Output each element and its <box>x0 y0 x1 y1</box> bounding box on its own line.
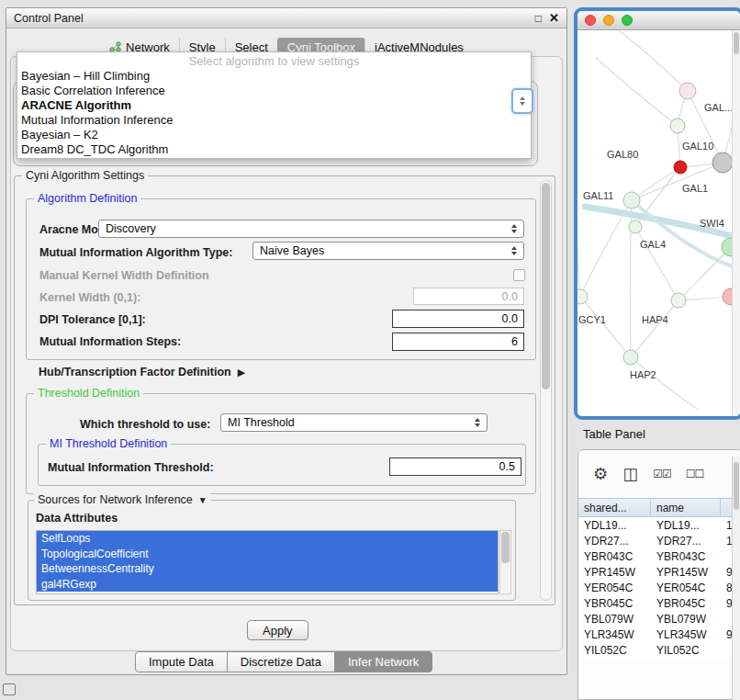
docked-panel-icon[interactable] <box>3 683 16 695</box>
table-row[interactable]: YER054CYER054C8. <box>578 580 740 595</box>
table-cell: YDL19... <box>651 517 721 533</box>
tab-infer-network[interactable]: Infer Network <box>334 651 432 672</box>
control-panel-titlebar: Control Panel □ ✕ <box>6 8 566 28</box>
cyni-algorithm-settings-group: Cyni Algorithm Settings Algorithm Defini… <box>14 175 555 605</box>
network-node[interactable] <box>577 289 588 304</box>
attribute-list-scrollbar[interactable] <box>499 530 511 594</box>
network-node[interactable] <box>679 83 696 99</box>
attribute-list-scrollbar-thumb[interactable] <box>501 532 510 563</box>
float-window-icon[interactable]: □ <box>535 12 542 25</box>
mi-threshold-label: Mutual Information Threshold: <box>48 461 214 474</box>
table-header: shared... name <box>578 498 740 517</box>
attribute-list-item[interactable]: SelfLoops <box>37 531 498 547</box>
select-all-icon[interactable]: ☑☑ <box>653 468 671 480</box>
node-label: GAL10 <box>682 141 713 152</box>
table-cell: YDR27... <box>578 533 651 548</box>
algorithm-popup-item[interactable]: Bayesian – Hill Climbing <box>17 69 531 84</box>
table-cell: YPR145W <box>651 564 721 580</box>
network-edge <box>619 30 688 91</box>
table-row[interactable]: YBR043CYBR043C <box>578 548 740 564</box>
table-row[interactable]: YPR145WYPR145W9. <box>578 564 740 580</box>
dpi-tolerance-field[interactable]: 0.0 <box>392 310 524 328</box>
settings-scrollbar-thumb[interactable] <box>542 183 550 390</box>
manual-kernel-label: Manual Kernel Width Definition <box>39 269 209 282</box>
network-edge <box>631 300 678 357</box>
network-node[interactable] <box>629 220 642 233</box>
table-row[interactable]: YLR345WYLR345W9. <box>578 627 740 642</box>
attribute-list-item[interactable]: gal4RGexp <box>37 577 498 593</box>
mi-threshold-value: 0.5 <box>499 460 515 473</box>
collapse-arrow-icon: ▼ <box>198 495 207 505</box>
table-row[interactable]: YBR045CYBR045C9. <box>578 595 740 611</box>
threshold-definition-group: Threshold Definition Which threshold to … <box>26 393 536 494</box>
network-graph: GAL...GAL80GAL10GAL11GAL1SWI4GAL4GCY1HAP… <box>577 30 740 416</box>
network-scrollbar-thumb[interactable] <box>734 32 739 54</box>
column-header-shared[interactable]: shared... <box>578 499 651 516</box>
table-row[interactable]: YIL052CYIL052C <box>578 642 740 658</box>
table-scrollbar[interactable] <box>732 457 740 700</box>
network-scrollbar[interactable] <box>732 30 740 416</box>
node-label: GAL... <box>704 102 733 113</box>
algorithm-popup-placeholder[interactable]: Select algorithm to view settings <box>17 54 531 69</box>
table-scrollbar-thumb[interactable] <box>734 462 739 510</box>
close-window-icon[interactable]: ✕ <box>549 11 559 25</box>
settings-scrollbar[interactable] <box>540 180 552 601</box>
apply-button[interactable]: Apply <box>247 620 308 640</box>
table-cell: YBR043C <box>578 548 651 564</box>
columns-icon[interactable]: ◫ <box>622 464 638 484</box>
attribute-list-item[interactable]: BetweennessCentrality <box>37 561 498 577</box>
network-node[interactable] <box>674 161 687 174</box>
gear-icon[interactable]: ⚙ <box>593 464 608 484</box>
tab-discretize-data[interactable]: Discretize Data <box>227 651 335 672</box>
aracne-mode-combo[interactable]: Discovery <box>98 220 524 238</box>
hub-definition-label: Hub/Transcription Factor Definition <box>39 366 231 378</box>
table-row[interactable]: YDR27...YDR27...12 <box>578 533 740 548</box>
zoom-traffic-light[interactable] <box>622 15 633 26</box>
algorithm-popup-item[interactable]: Basic Correlation Inference <box>17 84 531 98</box>
algorithm-combo-fragment[interactable] <box>511 88 533 114</box>
deselect-all-icon[interactable]: ☐☐ <box>686 468 704 480</box>
mi-steps-value: 6 <box>511 335 518 348</box>
table-cell: YER054C <box>578 580 651 595</box>
table-cell: YIL052C <box>578 642 651 658</box>
network-node[interactable] <box>671 293 686 308</box>
algorithm-popup-item[interactable]: Mutual Information Inference <box>17 113 531 128</box>
network-node[interactable] <box>670 119 685 133</box>
sources-group-title[interactable]: Sources for Network Inference ▼ <box>34 493 211 506</box>
attribute-list-item[interactable]: TopologicalCoefficient <box>37 547 498 562</box>
network-node[interactable] <box>623 350 638 365</box>
mi-steps-field[interactable]: 6 <box>392 333 524 351</box>
hub-definition-toggle[interactable]: Hub/Transcription Factor Definition ▶ <box>39 366 245 378</box>
algorithm-popup-item[interactable]: Dream8 DC_TDC Algorithm <box>17 142 531 157</box>
mi-threshold-field[interactable]: 0.5 <box>389 457 521 476</box>
table-cell: YLR345W <box>578 627 651 642</box>
attribute-list[interactable]: SelfLoopsTopologicalCoefficientBetweenne… <box>36 530 499 594</box>
network-node[interactable] <box>623 192 640 209</box>
network-window-titlebar[interactable] <box>577 11 740 30</box>
network-canvas[interactable]: GAL...GAL80GAL10GAL11GAL1SWI4GAL4GCY1HAP… <box>577 30 740 416</box>
tab-impute-data[interactable]: Impute Data <box>135 651 228 672</box>
mi-type-value: Naive Bayes <box>260 244 508 257</box>
which-threshold-combo[interactable]: MI Threshold <box>220 413 488 432</box>
algorithm-popup-item[interactable]: ARACNE Algorithm <box>17 98 531 113</box>
column-header-name[interactable]: name <box>651 499 721 516</box>
node-label: SWI4 <box>700 218 724 229</box>
algorithm-definition-title: Algorithm Definition <box>34 192 140 205</box>
manual-kernel-checkbox[interactable] <box>513 269 525 281</box>
mi-type-combo[interactable]: Naive Bayes <box>252 242 524 260</box>
algorithm-popup-item[interactable]: Bayesian – K2 <box>17 128 531 142</box>
window-buttons: □ ✕ <box>535 11 559 25</box>
network-node[interactable] <box>712 152 733 173</box>
data-attributes-label: Data Attributes <box>36 512 118 525</box>
close-traffic-light[interactable] <box>585 15 596 26</box>
dpi-tolerance-value: 0.0 <box>502 312 518 325</box>
minimize-traffic-light[interactable] <box>603 15 614 26</box>
table-cell: YLR345W <box>651 627 721 642</box>
network-view-window: GAL...GAL80GAL10GAL11GAL1SWI4GAL4GCY1HAP… <box>574 7 740 420</box>
kernel-width-field[interactable]: 0.0 <box>413 288 524 305</box>
table-row[interactable]: YDL19...YDL19...13 <box>578 517 740 533</box>
table-cell: YBR045C <box>578 595 651 611</box>
table-row[interactable]: YBL079WYBL079W <box>578 611 740 627</box>
network-edge <box>580 297 631 357</box>
which-threshold-label: Which threshold to use: <box>80 418 210 431</box>
